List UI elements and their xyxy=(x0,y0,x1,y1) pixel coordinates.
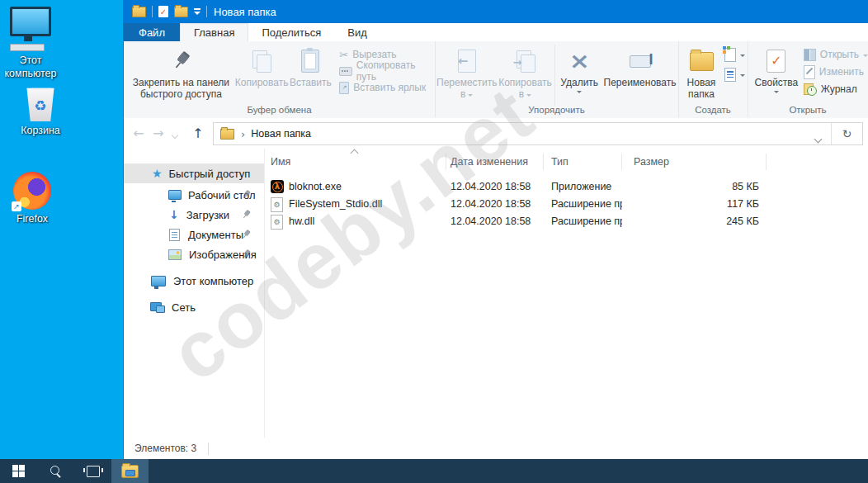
file-type: Расширение при... xyxy=(551,198,622,210)
paste-button[interactable]: Вставить xyxy=(288,45,333,89)
file-name[interactable]: hw.dll xyxy=(289,215,446,227)
file-date: 12.04.2020 18:58 xyxy=(451,215,541,227)
qat-customize-icon[interactable] xyxy=(194,8,200,15)
easy-access-icon xyxy=(724,68,736,82)
search-icon xyxy=(50,466,61,476)
pin-to-quick-access-button[interactable]: Закрепить на панели быстрого доступа xyxy=(127,45,235,101)
taskbar-search-button[interactable] xyxy=(37,459,74,483)
move-to-button[interactable]: ← Переместить в xyxy=(436,45,498,101)
rename-icon xyxy=(630,47,651,75)
qat-properties-icon[interactable]: ✓ xyxy=(158,6,168,17)
network-icon xyxy=(150,302,165,313)
column-header-date[interactable]: Дата изменения xyxy=(451,156,528,168)
qat-new-folder-icon[interactable] xyxy=(174,7,188,17)
copy-path-button[interactable]: Скопировать путь xyxy=(339,64,435,78)
breadcrumb-item[interactable]: Новая папка xyxy=(251,128,311,140)
shortcut-arrow-icon: ↗ xyxy=(12,201,21,211)
history-button[interactable]: Журнал xyxy=(804,83,868,96)
sidebar-item-this-pc[interactable]: Этот компьютер xyxy=(124,271,264,291)
group-label-new: Создать xyxy=(678,105,748,115)
delete-icon: × xyxy=(569,47,590,75)
edit-icon xyxy=(804,65,815,79)
new-item-icon xyxy=(724,48,736,62)
sidebar-item-network[interactable]: Сеть xyxy=(124,297,264,317)
open-button[interactable]: Открыть xyxy=(804,48,868,61)
address-bar[interactable]: › Новая папка ↻ xyxy=(213,122,863,145)
new-folder-button[interactable]: Новая папка xyxy=(682,45,721,101)
qat-folder-icon[interactable] xyxy=(132,7,146,17)
tab-file[interactable]: Файл xyxy=(124,23,180,41)
file-date: 12.04.2020 18:58 xyxy=(451,198,541,210)
forward-button[interactable]: → xyxy=(149,127,168,140)
navigation-pane: ★ Быстрый доступ Рабочий стол ↓ Загрузки… xyxy=(124,149,264,438)
ribbon: Закрепить на панели быстрого доступа Коп… xyxy=(124,41,868,119)
this-pc-icon xyxy=(151,276,166,286)
desktop-icon-firefox[interactable]: ↗ Firefox xyxy=(0,172,68,226)
copy-path-icon xyxy=(339,67,351,76)
documents-icon xyxy=(169,229,180,241)
desktop-icon xyxy=(168,190,182,200)
sidebar-item-quick-access[interactable]: ★ Быстрый доступ xyxy=(124,163,264,183)
file-name[interactable]: FileSystem_Stdio.dll xyxy=(289,198,446,210)
file-name[interactable]: bloknot.exe xyxy=(289,181,446,192)
this-pc-icon xyxy=(10,7,51,51)
delete-button[interactable]: × Удалить xyxy=(557,45,601,93)
column-header-type[interactable]: Тип xyxy=(551,156,568,168)
desktop-icon-label: Этот компьютер xyxy=(0,54,66,80)
desktop-icon-this-pc[interactable]: Этот компьютер xyxy=(0,7,66,80)
pin-icon xyxy=(177,47,184,75)
rename-button[interactable]: Переименовать xyxy=(601,45,678,89)
tab-view[interactable]: Вид xyxy=(334,23,380,41)
edit-button[interactable]: Изменить xyxy=(804,65,868,78)
taskbar-explorer-button[interactable] xyxy=(111,459,149,483)
ribbon-group-organize: ← Переместить в → Копировать в × Удал xyxy=(435,41,679,117)
file-row[interactable]: λ bloknot.exe 12.04.2020 18:58 Приложени… xyxy=(264,178,868,196)
sidebar-item-desktop[interactable]: Рабочий стол xyxy=(124,185,264,205)
sidebar-item-pictures[interactable]: Изображения xyxy=(124,244,264,264)
tab-home[interactable]: Главная xyxy=(180,23,248,41)
file-size: 245 КБ xyxy=(627,215,759,227)
breadcrumb[interactable]: › Новая папка xyxy=(214,123,831,144)
ribbon-group-clipboard: Закрепить на панели быстрого доступа Коп… xyxy=(124,41,436,117)
file-row[interactable]: ⚙ FileSystem_Stdio.dll 12.04.2020 18:58 … xyxy=(264,196,868,213)
title-bar[interactable]: ✓ Новая папка xyxy=(124,0,868,23)
status-separator xyxy=(208,443,209,455)
up-button[interactable]: ↑ xyxy=(188,127,208,140)
copy-button[interactable]: Копировать xyxy=(235,45,289,89)
column-headers: Имя Дата изменения Тип Размер xyxy=(264,152,868,172)
easy-access-button[interactable] xyxy=(724,68,745,81)
copy-icon xyxy=(252,47,271,75)
back-button[interactable]: ← xyxy=(129,127,149,140)
ribbon-group-open: ✓ Свойства Открыть Изменить Жур xyxy=(748,41,868,117)
column-header-name[interactable]: Имя xyxy=(271,156,290,168)
file-row[interactable]: ⚙ hw.dll 12.04.2020 18:58 Расширение при… xyxy=(264,213,868,230)
sidebar-item-documents[interactable]: Документы xyxy=(124,225,264,244)
desktop-icon-recycle-bin[interactable]: ♻ Корзина xyxy=(5,87,76,138)
column-header-size[interactable]: Размер xyxy=(634,156,669,168)
scissors-icon: ✂ xyxy=(339,50,348,60)
task-view-icon xyxy=(87,466,100,477)
copy-to-button[interactable]: → Копировать в xyxy=(498,45,554,101)
sidebar-item-downloads[interactable]: ↓ Загрузки xyxy=(124,205,264,225)
file-type: Приложение xyxy=(551,181,622,192)
address-dropdown-button[interactable] xyxy=(815,130,821,145)
dll-file-icon: ⚙ xyxy=(271,197,284,211)
file-size: 117 КБ xyxy=(627,198,759,210)
new-item-button[interactable] xyxy=(724,48,745,61)
ribbon-tab-strip: Файл Главная Поделиться Вид xyxy=(124,23,868,41)
firefox-icon: ↗ xyxy=(13,172,51,210)
paste-shortcut-button[interactable]: ↗ Вставить ярлык xyxy=(339,81,435,94)
taskbar xyxy=(0,459,868,483)
move-to-icon: ← xyxy=(458,47,476,75)
windows-logo-icon xyxy=(12,465,25,477)
task-view-button[interactable] xyxy=(74,459,111,483)
start-button[interactable] xyxy=(0,459,37,483)
tab-share[interactable]: Поделиться xyxy=(248,23,334,41)
history-dropdown-button[interactable] xyxy=(168,126,182,141)
file-date: 12.04.2020 18:58 xyxy=(451,181,541,192)
refresh-button[interactable]: ↻ xyxy=(831,123,862,144)
properties-button[interactable]: ✓ Свойства xyxy=(752,45,800,93)
recycle-bin-icon: ♻ xyxy=(26,87,55,121)
paste-icon xyxy=(301,47,319,75)
dll-file-icon: ⚙ xyxy=(271,215,284,228)
